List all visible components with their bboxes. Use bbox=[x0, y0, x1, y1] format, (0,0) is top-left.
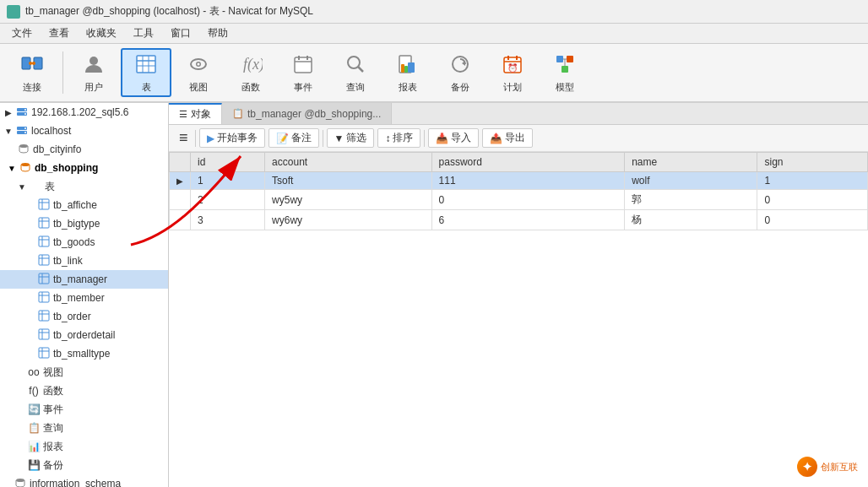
action-icon-begin_transaction: ▶ bbox=[207, 133, 214, 144]
th-password[interactable]: password bbox=[431, 153, 625, 172]
sidebar-item-tb_bigtype[interactable]: tb_bigtype bbox=[0, 214, 168, 233]
sidebar-item-server1[interactable]: ▶192.168.1.202_sql5.6 bbox=[0, 103, 168, 122]
sidebar-item-db_cityinfo[interactable]: db_cityinfo bbox=[0, 140, 168, 159]
tab-tb_manager_tab[interactable]: 📋tb_manager @db_shopping... bbox=[222, 103, 392, 124]
toolbar-btn-model[interactable]: 模型 bbox=[540, 48, 590, 97]
label-server1: 192.168.1.202_sql5.6 bbox=[31, 106, 128, 118]
menu-item-窗口[interactable]: 窗口 bbox=[162, 24, 199, 42]
toolbar-btn-user[interactable]: 用户 bbox=[68, 48, 119, 97]
event-icon bbox=[291, 52, 315, 79]
toolbar-btn-query[interactable]: 查询 bbox=[330, 48, 381, 97]
cell-sign[interactable]: 0 bbox=[757, 210, 868, 230]
action-btn-note[interactable]: 📝备注 bbox=[269, 128, 319, 148]
title-text: tb_manager @db_shopping (localhost) - 表 … bbox=[25, 4, 313, 19]
cell-account[interactable]: wy6wy bbox=[265, 210, 431, 230]
svg-rect-6 bbox=[137, 56, 155, 73]
cell-name[interactable]: 杨 bbox=[625, 210, 757, 230]
sidebar-item-localhost[interactable]: ▼localhost bbox=[0, 122, 168, 140]
action-btn-begin_transaction[interactable]: ▶开始事务 bbox=[199, 128, 265, 148]
cell-id[interactable]: 3 bbox=[191, 210, 265, 230]
cell-account[interactable]: wy5wy bbox=[265, 190, 431, 210]
cell-sign[interactable]: 0 bbox=[757, 190, 868, 210]
sidebar-item-tb_goods[interactable]: tb_goods bbox=[0, 233, 168, 252]
toolbar-btn-table[interactable]: 表 bbox=[121, 48, 171, 97]
cell-account[interactable]: Tsoft bbox=[265, 172, 431, 190]
action-menu-icon[interactable]: ≡ bbox=[176, 129, 192, 147]
sidebar-item-tables_group[interactable]: ▼表 bbox=[0, 177, 168, 196]
label-queries_group: 查询 bbox=[43, 421, 63, 436]
svg-point-43 bbox=[24, 127, 26, 129]
tab-object[interactable]: ☰对象 bbox=[169, 103, 222, 124]
th-id[interactable]: id bbox=[191, 153, 265, 172]
watermark-icon: ✦ bbox=[797, 457, 817, 477]
label-db_shopping: db_shopping bbox=[35, 162, 98, 174]
table-row[interactable]: ▶1Tsoft111wolf1 bbox=[170, 172, 868, 190]
label-tb_orderdetail: tb_orderdetail bbox=[53, 329, 115, 341]
sidebar-item-tb_order[interactable]: tb_order bbox=[0, 307, 168, 326]
label-tb_bigtype: tb_bigtype bbox=[53, 218, 100, 230]
svg-rect-32 bbox=[556, 56, 563, 62]
toolbar-btn-connect[interactable]: 连接 bbox=[7, 48, 57, 97]
svg-point-39 bbox=[24, 109, 26, 111]
sidebar-item-views_group[interactable]: oo视图 bbox=[0, 363, 168, 381]
table-row[interactable]: 3wy6wy6杨0 bbox=[170, 210, 868, 230]
cell-password[interactable]: 111 bbox=[431, 172, 625, 190]
cell-password[interactable]: 0 bbox=[431, 190, 625, 210]
th-name[interactable]: name bbox=[625, 153, 757, 172]
toolbar-btn-view[interactable]: 视图 bbox=[173, 48, 224, 97]
report-label: 报表 bbox=[399, 81, 417, 94]
sidebar-item-tb_link[interactable]: tb_link bbox=[0, 252, 168, 270]
menu-item-收藏夹[interactable]: 收藏夹 bbox=[78, 24, 125, 42]
row-arrow: ▶ bbox=[170, 172, 191, 190]
sidebar-item-tb_member[interactable]: tb_member bbox=[0, 289, 168, 307]
sidebar-item-tb_affiche[interactable]: tb_affiche bbox=[0, 196, 168, 214]
table-row[interactable]: 2wy5wy0郭0 bbox=[170, 190, 868, 210]
menu-item-工具[interactable]: 工具 bbox=[125, 24, 162, 42]
toolbar-btn-schedule[interactable]: ⏰计划 bbox=[487, 48, 538, 97]
sidebar-item-tb_smalltype[interactable]: tb_smalltype bbox=[0, 344, 168, 363]
th-account[interactable]: account bbox=[265, 153, 431, 172]
toolbar-btn-event[interactable]: 事件 bbox=[278, 48, 328, 97]
table-icon bbox=[37, 254, 51, 268]
menu-item-查看[interactable]: 查看 bbox=[41, 24, 78, 42]
sidebar-item-events_group[interactable]: 🔄事件 bbox=[0, 400, 168, 419]
cell-id[interactable]: 1 bbox=[191, 172, 265, 190]
backup-icon bbox=[448, 52, 472, 79]
database-icon bbox=[14, 477, 27, 488]
sidebar-item-db_shopping[interactable]: ▼db_shopping bbox=[0, 159, 168, 177]
action-btn-sort[interactable]: ↕排序 bbox=[377, 128, 420, 148]
sidebar-item-information_schema[interactable]: information_schema bbox=[0, 474, 168, 487]
app-icon bbox=[7, 5, 20, 19]
action-btn-export[interactable]: 📤导出 bbox=[482, 128, 533, 148]
sidebar-item-tb_manager[interactable]: tb_manager bbox=[0, 270, 168, 289]
server-icon bbox=[15, 124, 29, 138]
model-icon bbox=[553, 52, 577, 79]
toolbar-btn-backup[interactable]: 备份 bbox=[435, 48, 486, 97]
action-btn-filter[interactable]: ▼筛选 bbox=[327, 128, 375, 148]
sidebar-item-reports_group[interactable]: 📊报表 bbox=[0, 437, 168, 456]
sidebar-item-tb_orderdetail[interactable]: tb_orderdetail bbox=[0, 326, 168, 344]
cell-name[interactable]: wolf bbox=[625, 172, 757, 190]
menu-item-文件[interactable]: 文件 bbox=[3, 24, 41, 42]
cell-name[interactable]: 郭 bbox=[625, 190, 757, 210]
cell-sign[interactable]: 1 bbox=[757, 172, 868, 190]
row-arrow bbox=[170, 210, 191, 230]
cell-id[interactable]: 2 bbox=[191, 190, 265, 210]
sidebar-item-queries_group[interactable]: 📋查询 bbox=[0, 419, 168, 437]
action-btn-import[interactable]: 📥导入 bbox=[428, 128, 479, 148]
query-icon bbox=[344, 52, 367, 79]
event-label: 事件 bbox=[294, 81, 312, 94]
data-table: idaccountpasswordnamesign ▶1Tsoft111wolf… bbox=[169, 152, 868, 230]
toolbar-btn-report[interactable]: 报表 bbox=[382, 48, 433, 97]
sidebar-item-functions_group[interactable]: f()函数 bbox=[0, 381, 168, 400]
th-sign[interactable]: sign bbox=[757, 153, 868, 172]
cell-password[interactable]: 6 bbox=[431, 210, 625, 230]
menu-item-帮助[interactable]: 帮助 bbox=[199, 24, 236, 42]
label-tb_smalltype: tb_smalltype bbox=[53, 348, 110, 360]
table-icon bbox=[37, 347, 51, 361]
label-reports_group: 报表 bbox=[43, 440, 63, 454]
sidebar-item-backup_group[interactable]: 💾备份 bbox=[0, 456, 168, 474]
toolbar-btn-function[interactable]: f(x)函数 bbox=[225, 48, 276, 97]
sidebar: ▶192.168.1.202_sql5.6▼localhostdb_cityin… bbox=[0, 103, 169, 487]
table-icon bbox=[134, 52, 158, 79]
